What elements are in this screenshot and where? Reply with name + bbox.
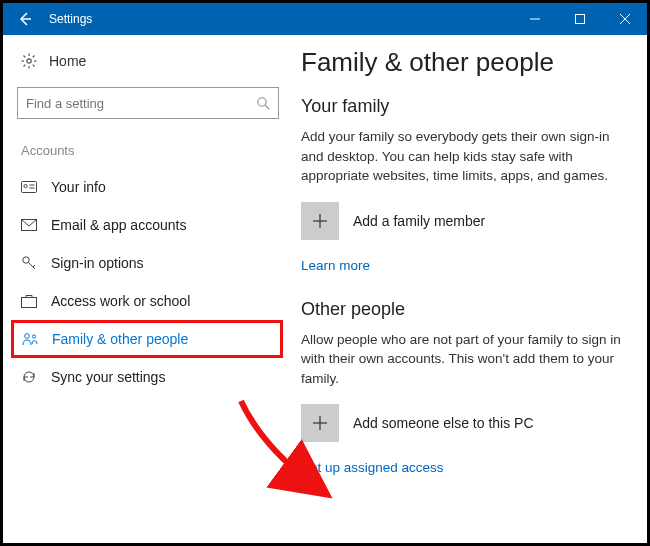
sidebar-section-label: Accounts	[3, 137, 293, 168]
sidebar-item-email-accounts[interactable]: Email & app accounts	[3, 206, 293, 244]
content-pane: Family & other people Your family Add yo…	[293, 35, 647, 543]
settings-window: Settings Home	[0, 0, 650, 546]
close-button[interactable]	[602, 3, 647, 35]
sidebar-item-label: Access work or school	[51, 293, 190, 309]
search-input[interactable]	[17, 87, 279, 119]
add-someone-else-button[interactable]: Add someone else to this PC	[301, 404, 623, 442]
sidebar-item-label: Sign-in options	[51, 255, 144, 271]
contact-card-icon	[21, 179, 37, 195]
sidebar-item-sync[interactable]: Sync your settings	[3, 358, 293, 396]
window-title: Settings	[47, 12, 512, 26]
sidebar-item-label: Email & app accounts	[51, 217, 186, 233]
sidebar-item-label: Your info	[51, 179, 106, 195]
home-label: Home	[49, 53, 86, 69]
sidebar-item-work-school[interactable]: Access work or school	[3, 282, 293, 320]
svg-point-14	[258, 98, 266, 106]
add-family-member-label: Add a family member	[353, 213, 485, 229]
svg-line-10	[24, 56, 26, 58]
key-icon	[21, 255, 37, 271]
gear-icon	[21, 53, 37, 69]
client-area: Home Accounts Your info Email & app acco…	[3, 35, 647, 543]
home-button[interactable]: Home	[3, 45, 293, 77]
other-people-body: Allow people who are not part of your fa…	[301, 330, 621, 389]
sidebar-item-family-other[interactable]: Family & other people	[11, 320, 283, 358]
sidebar-item-your-info[interactable]: Your info	[3, 168, 293, 206]
add-someone-else-label: Add someone else to this PC	[353, 415, 534, 431]
svg-line-23	[33, 265, 35, 267]
sidebar-item-signin-options[interactable]: Sign-in options	[3, 244, 293, 282]
svg-line-13	[24, 65, 26, 67]
sidebar: Home Accounts Your info Email & app acco…	[3, 35, 293, 543]
window-controls	[512, 3, 647, 35]
page-title: Family & other people	[301, 47, 623, 78]
family-heading: Your family	[301, 96, 623, 117]
svg-rect-24	[22, 298, 37, 308]
titlebar: Settings	[3, 3, 647, 35]
plus-icon	[301, 202, 339, 240]
svg-point-26	[32, 335, 35, 338]
svg-rect-2	[575, 15, 584, 24]
svg-point-5	[27, 59, 31, 63]
family-body: Add your family so everybody gets their …	[301, 127, 621, 186]
search-field[interactable]	[26, 96, 256, 111]
minimize-button[interactable]	[512, 3, 557, 35]
svg-line-12	[33, 56, 35, 58]
maximize-icon	[575, 14, 585, 24]
search-icon	[256, 96, 270, 110]
mail-icon	[21, 217, 37, 233]
svg-point-21	[23, 257, 29, 263]
svg-point-25	[25, 334, 30, 339]
people-icon	[22, 332, 38, 346]
other-people-heading: Other people	[301, 299, 623, 320]
assigned-access-link[interactable]: Set up assigned access	[301, 460, 444, 475]
maximize-button[interactable]	[557, 3, 602, 35]
back-button[interactable]	[3, 3, 47, 35]
search-wrap	[17, 87, 279, 119]
svg-line-15	[265, 105, 269, 109]
minimize-icon	[530, 14, 540, 24]
svg-line-11	[33, 65, 35, 67]
close-icon	[620, 14, 630, 24]
add-family-member-button[interactable]: Add a family member	[301, 202, 623, 240]
svg-point-17	[24, 184, 27, 187]
learn-more-link[interactable]: Learn more	[301, 258, 370, 273]
arrow-left-icon	[17, 11, 33, 27]
briefcase-icon	[21, 293, 37, 309]
sidebar-item-label: Family & other people	[52, 331, 188, 347]
sidebar-item-label: Sync your settings	[51, 369, 165, 385]
sync-icon	[21, 369, 37, 385]
plus-icon	[301, 404, 339, 442]
